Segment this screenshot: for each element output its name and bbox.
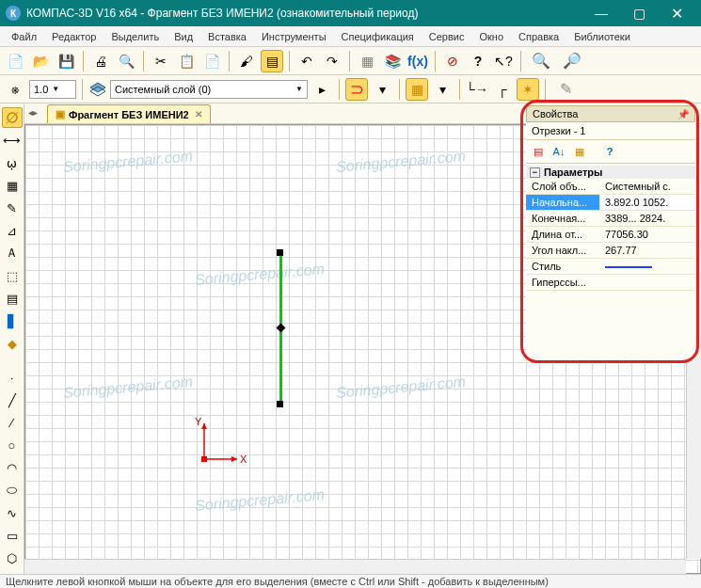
endpoint-handle[interactable] <box>277 401 283 407</box>
property-row[interactable]: Угол накл...267.77 <box>526 243 695 259</box>
menu-edit[interactable]: Редактор <box>44 29 104 44</box>
measure-tool-icon[interactable]: Ａ <box>2 243 23 263</box>
sketch-pencil-icon[interactable]: ✎ <box>551 78 580 101</box>
menu-spec[interactable]: Спецификация <box>334 29 422 44</box>
text-tool-icon[interactable]: ῳ <box>2 152 23 173</box>
parametric-icon[interactable]: ✶ <box>517 78 539 101</box>
aux-line-tool-icon[interactable]: ⁄ <box>2 412 23 433</box>
fx-button[interactable]: f(x) <box>406 50 429 72</box>
zoom-in-button[interactable]: 🔍 <box>527 50 555 72</box>
dimension-tool-icon[interactable]: ⟷ <box>2 130 23 151</box>
maximize-button[interactable]: ▢ <box>620 0 658 26</box>
magnet-icon[interactable]: ⊃ <box>345 78 368 101</box>
ortho-icon[interactable]: └→ <box>466 78 488 101</box>
document-tab[interactable]: ▣ Фрагмент БЕЗ ИМЕНИ2 ✕ <box>47 104 211 123</box>
point-tool-icon[interactable]: · <box>2 367 23 388</box>
preview-button[interactable]: 🔍 <box>115 50 137 72</box>
menu-file[interactable]: Файл <box>4 29 44 44</box>
select-tool-icon[interactable]: ⬚ <box>2 265 23 286</box>
brush-button[interactable]: 🖌 <box>235 50 258 72</box>
horizontal-scrollbar[interactable] <box>24 559 686 574</box>
round-icon[interactable]: ┌ <box>491 78 514 101</box>
properties-group-row[interactable]: − Параметры <box>526 166 695 179</box>
categorize-icon[interactable]: ▤ <box>530 143 547 160</box>
property-value[interactable]: 3.892.0 1052. <box>599 195 695 211</box>
toolbar-view: ⎈ 1.0 ▼ Системный слой (0) ▼ ▸ ⊃ ▾ ▦ ▾ └… <box>0 75 701 103</box>
polygon-tool-icon[interactable]: ⬡ <box>2 548 23 568</box>
property-value[interactable]: 3389... 2824. <box>599 211 695 227</box>
property-value[interactable]: 267.77 <box>599 243 695 259</box>
property-row[interactable]: Конечная...3389... 2824. <box>526 211 695 227</box>
stop-button[interactable]: ⊘ <box>441 50 464 72</box>
snap-dropdown-icon[interactable]: ▾ <box>371 78 393 101</box>
report-tool-icon[interactable]: ▋ <box>2 310 23 331</box>
minimize-button[interactable]: — <box>582 0 620 26</box>
spline-tool-icon[interactable]: ∿ <box>2 502 23 523</box>
edit-tool-icon[interactable]: ✎ <box>2 198 23 218</box>
property-value[interactable] <box>599 275 695 291</box>
circle-tool-icon[interactable]: ○ <box>2 435 23 455</box>
whatsthis-button[interactable]: ? <box>467 50 489 72</box>
tool-a-icon[interactable]: ◆ <box>2 333 23 354</box>
separator <box>349 51 350 72</box>
help-icon[interactable]: ? <box>601 143 618 160</box>
layers-icon[interactable] <box>88 80 107 99</box>
sort-az-icon[interactable]: A↓ <box>550 143 567 160</box>
grid-dropdown-icon[interactable]: ▾ <box>431 78 454 101</box>
close-button[interactable]: ✕ <box>658 0 695 26</box>
geometry-tool-icon[interactable] <box>2 107 23 128</box>
scale-dropdown[interactable]: 1.0 ▼ <box>29 80 76 99</box>
menu-insert[interactable]: Вставка <box>200 29 254 44</box>
property-row[interactable]: Гиперссы... <box>526 275 695 291</box>
redo-button[interactable]: ↷ <box>321 50 343 72</box>
arc-tool-icon[interactable]: ◠ <box>2 457 23 478</box>
property-key: Начальна... <box>526 195 599 211</box>
rect-tool-icon[interactable]: ▭ <box>2 525 23 546</box>
property-value[interactable]: 77056.30 <box>599 227 695 243</box>
print-button[interactable]: 🖨 <box>89 50 112 72</box>
open-button[interactable]: 📂 <box>29 50 52 72</box>
ellipse-tool-icon[interactable]: ⬭ <box>2 480 23 501</box>
constraint-tool-icon[interactable]: ⊿ <box>2 220 23 241</box>
grid-icon[interactable]: ▦ <box>406 78 428 101</box>
layer-next-button[interactable]: ▸ <box>311 78 333 101</box>
property-row[interactable]: Слой объ...Системный с. <box>526 179 695 195</box>
undo-button[interactable]: ↶ <box>295 50 318 72</box>
menu-tools[interactable]: Инструменты <box>254 29 334 44</box>
arrow-help-button[interactable]: ↖? <box>492 50 515 72</box>
property-row[interactable]: Начальна...3.892.0 1052. <box>526 195 695 211</box>
collapse-icon[interactable]: − <box>530 167 540 178</box>
menu-libs[interactable]: Библиотеки <box>566 29 638 44</box>
menu-window[interactable]: Окно <box>471 29 511 44</box>
menu-help[interactable]: Справка <box>511 29 566 44</box>
menu-view[interactable]: Вид <box>167 29 200 44</box>
zoom-out-button[interactable]: 🔎 <box>558 50 586 72</box>
copy-button[interactable]: 📋 <box>175 50 198 72</box>
tab-close-icon[interactable]: ✕ <box>195 109 202 119</box>
menu-service[interactable]: Сервис <box>422 29 472 44</box>
properties-grid: − Параметры Слой объ...Системный с.Начал… <box>526 164 695 293</box>
property-row[interactable]: Стиль <box>526 259 695 275</box>
library-manager-button[interactable]: 📚 <box>381 50 404 72</box>
separator <box>82 79 83 100</box>
property-value[interactable] <box>599 259 695 275</box>
layer-dropdown[interactable]: Системный слой (0) ▼ <box>110 80 308 99</box>
spec-tool-icon[interactable]: ▤ <box>2 288 23 309</box>
paste-button[interactable]: 📄 <box>200 50 223 72</box>
menu-select[interactable]: Выделить <box>104 29 167 44</box>
properties-header[interactable]: Свойства 📌 <box>526 105 695 122</box>
anchor-icon[interactable]: ⎈ <box>4 78 26 101</box>
property-value[interactable]: Системный с. <box>599 179 695 195</box>
line-tool-icon[interactable]: ╱ <box>2 389 23 410</box>
properties-button[interactable]: ▤ <box>261 50 283 72</box>
spreadsheet-button[interactable]: ▦ <box>356 50 378 72</box>
pin-icon[interactable]: 📌 <box>677 109 689 119</box>
endpoint-handle[interactable] <box>277 249 283 256</box>
cut-button[interactable]: ✂ <box>150 50 172 72</box>
filter-icon[interactable]: ▦ <box>571 143 588 160</box>
new-doc-button[interactable]: 📄 <box>4 50 26 72</box>
save-button[interactable]: 💾 <box>55 50 77 72</box>
hatch-tool-icon[interactable]: ▦ <box>2 175 23 196</box>
property-row[interactable]: Длина от...77056.30 <box>526 227 695 243</box>
tab-nav-icon[interactable]: ◂▸ <box>28 107 38 118</box>
